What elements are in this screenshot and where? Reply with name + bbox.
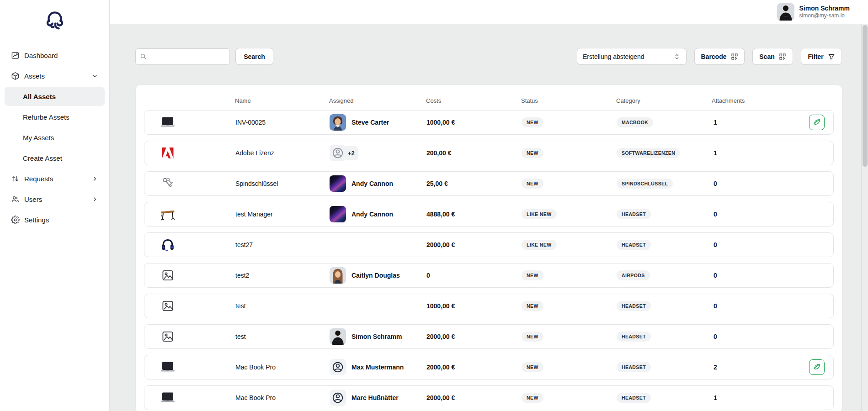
column-header-attachments: Attachments [712,97,805,104]
status-badge: NEW [522,270,543,280]
app-logo[interactable] [0,5,109,37]
filter-button[interactable]: Filter [801,48,842,65]
assignee-name: Steve Carter [351,119,389,126]
chevron-right-icon [91,196,98,203]
table-row[interactable]: test Manager Andy Cannon 4888,00 € LIKE … [144,202,834,227]
gear-icon [11,216,20,224]
chart-icon [11,51,20,60]
headset-thumbnail-icon [160,237,176,253]
status-badge: NEW [522,179,543,189]
table-row[interactable]: Adobe Lizenz +2 200,00 € NEW SOFTWARELIZ… [144,141,834,165]
vertical-scrollbar[interactable] [861,24,868,411]
asset-name: test Manager [235,211,330,218]
assignee-name: Andy Cannon [351,180,393,187]
sort-select[interactable]: Erstellung absteigend [577,48,687,65]
asset-costs: 25,00 € [426,180,522,187]
barcode-button[interactable]: Barcode [694,48,745,65]
assignee-avatar [330,359,346,375]
attachments-count: 2 [712,364,805,371]
assets-table: NameAssignedCostsStatusCategoryAttachmen… [135,84,842,411]
sidebar-item-requests[interactable]: Requests [5,169,105,188]
assignee-avatar [330,114,346,131]
asset-name: test27 [235,241,330,248]
octopus-logo-icon [43,8,67,35]
chevron-down-icon [91,73,98,79]
table-row[interactable]: test 1000,00 € NEW HEADSET 0 [144,294,834,318]
user-email: simon@my-sam.io [799,12,850,19]
asset-costs: 2000,00 € [426,364,522,371]
attachments-count: 0 [712,333,805,340]
attachments-count: 0 [712,302,805,310]
placeholder-thumbnail-icon [160,298,176,314]
leaf-icon [813,118,821,127]
asset-costs: 1000,00 € [426,119,522,126]
attachments-count: 0 [712,211,805,218]
keys-thumbnail-icon [160,175,176,192]
table-row[interactable]: Mac Book Pro Marc Hußnätter 2000,00 € NE… [144,385,834,410]
assignee-avatar [330,328,346,345]
table-row[interactable]: test Simon Schramm 2000,00 € NEW HEADSET… [144,324,834,349]
assignee-avatar [330,390,346,406]
toolbar: Search Erstellung absteigend Barcode Sca… [135,48,842,65]
sustainability-button[interactable] [809,115,825,130]
desk-thumbnail-icon [160,206,176,222]
sustainability-button[interactable] [809,359,825,375]
leaf-icon [813,363,821,372]
sidebar-item-create-asset[interactable]: Create Asset [5,148,105,168]
column-header-name: Name [235,97,329,104]
status-badge: NEW [522,301,543,311]
asset-costs: 2000,00 € [426,333,522,340]
category-badge: HEADSET [617,209,651,219]
sidebar: Dashboard Assets All Assets Refurbe Asse… [0,0,110,411]
scan-button[interactable]: Scan [752,48,793,65]
attachments-count: 1 [712,149,805,157]
cube-icon [11,72,20,80]
sidebar-item-assets[interactable]: Assets [5,66,105,85]
table-row[interactable]: Spindschlüssel Andy Cannon 25,00 € NEW S… [144,171,834,196]
sort-chevrons-icon [673,53,681,60]
table-row[interactable]: test2 Caitlyn Douglas 0 NEW AIRPODS 0 [144,263,834,288]
user-menu[interactable]: Simon Schramm simon@my-sam.io [777,3,850,21]
sidebar-item-my-assets[interactable]: My Assets [5,128,105,147]
sidebar-item-settings[interactable]: Settings [5,210,105,229]
status-badge: LIKE NEW [522,209,557,219]
status-badge: NEW [522,117,543,127]
sidebar-item-dashboard[interactable]: Dashboard [5,46,105,65]
search-icon [140,53,147,60]
adobe-thumbnail-icon [160,145,176,161]
column-header-assigned: Assigned [329,97,426,104]
category-badge: SOFTWARELIZENZEN [617,148,680,158]
asset-costs: 2000,00 € [426,241,522,248]
sidebar-item-all-assets[interactable]: All Assets [5,87,105,106]
attachments-count: 1 [712,119,805,126]
attachments-count: 0 [712,272,805,279]
assignee-name: Caitlyn Douglas [351,272,400,279]
asset-name: INV-00025 [235,119,330,126]
category-badge: AIRPODS [617,270,650,280]
table-header: NameAssignedCostsStatusCategoryAttachmen… [144,91,834,110]
sidebar-item-users[interactable]: Users [5,190,105,209]
category-badge: HEADSET [617,301,651,311]
sidebar-item-refurbe-assets[interactable]: Refurbe Assets [5,107,105,126]
user-name: Simon Schramm [799,5,850,13]
assignee-avatar [330,175,346,192]
main-content: Search Erstellung absteigend Barcode Sca… [110,24,868,411]
search-input[interactable] [135,48,230,65]
category-badge: MACBOOK [617,117,653,127]
status-badge: NEW [522,148,543,158]
asset-name: test [235,333,330,340]
category-badge: HEADSET [617,393,651,403]
asset-costs: 1000,00 € [426,302,522,310]
attachments-count: 0 [712,241,805,248]
table-row[interactable]: test27 2000,00 € LIKE NEW HEADSET 0 [144,232,834,257]
table-row[interactable]: INV-00025 Steve Carter 1000,00 € NEW MAC… [144,110,834,135]
column-header-costs: Costs [426,97,521,104]
attachments-count: 0 [712,180,805,187]
scrollbar-thumb[interactable] [863,25,868,167]
table-row[interactable]: Mac Book Pro Max Mustermann 2000,00 € NE… [144,355,834,379]
sort-select-value: Erstellung absteigend [583,53,644,60]
asset-name: Mac Book Pro [235,394,330,401]
macbook-thumbnail-icon [160,390,176,406]
search-button[interactable]: Search [235,48,273,65]
qr-icon [731,53,738,60]
